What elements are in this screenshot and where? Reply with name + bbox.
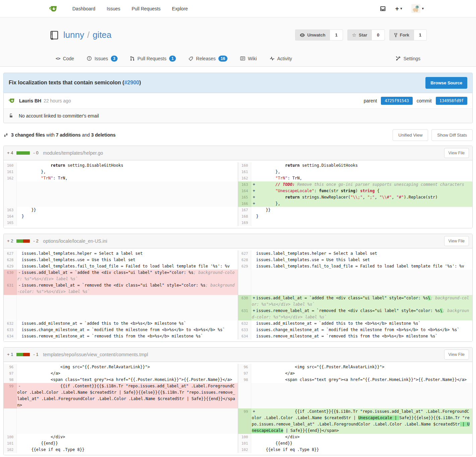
- create-new-button[interactable]: + ▾: [392, 5, 405, 12]
- line-number[interactable]: 164: [4, 213, 16, 220]
- tab-activity[interactable]: Activity: [263, 51, 298, 66]
- view-file-button[interactable]: View File: [444, 148, 469, 158]
- tab-wiki[interactable]: Wiki: [234, 51, 263, 66]
- line-number[interactable]: 161: [4, 169, 16, 175]
- tab-issues[interactable]: Issues 3: [80, 51, 124, 66]
- line-number[interactable]: 628: [238, 257, 251, 263]
- code-line: [16, 408, 238, 434]
- line-number[interactable]: 160: [4, 162, 16, 169]
- gitea-logo-icon[interactable]: [49, 4, 59, 13]
- line-number[interactable]: 628: [4, 257, 16, 263]
- line-number[interactable]: 633: [4, 327, 16, 333]
- line-number[interactable]: 98: [4, 377, 16, 383]
- line-number[interactable]: 96: [238, 364, 251, 370]
- user-menu-button[interactable]: ▾: [408, 4, 427, 13]
- line-number[interactable]: 627: [238, 250, 251, 257]
- diff-sign: [17, 257, 22, 263]
- diff-sign: +: [252, 188, 256, 194]
- watch-button-group: Unwatch 1: [295, 29, 343, 41]
- star-count[interactable]: 0: [371, 29, 385, 41]
- line-number[interactable]: 169: [238, 220, 251, 226]
- line-number[interactable]: 101: [4, 440, 16, 447]
- commit-author[interactable]: Lauris BH: [19, 98, 41, 103]
- repo-name-link[interactable]: gitea: [92, 30, 111, 40]
- commit-sha-badge[interactable]: 134958fd9f: [436, 97, 467, 105]
- line-number[interactable]: 629: [4, 263, 16, 270]
- line-number[interactable]: 160: [238, 162, 251, 169]
- line-number[interactable]: 163: [4, 207, 16, 213]
- line-number[interactable]: 97: [238, 370, 251, 377]
- tab-code[interactable]: <> Code: [49, 51, 80, 66]
- line-number[interactable]: 96: [4, 364, 16, 370]
- repo-owner-link[interactable]: lunny: [63, 30, 84, 40]
- parent-sha-badge[interactable]: 4725f91543: [381, 97, 412, 105]
- line-number[interactable]: 633: [238, 327, 251, 333]
- line-number[interactable]: 631: [4, 282, 16, 295]
- unified-view-button[interactable]: Unified View: [393, 129, 428, 141]
- fork-button[interactable]: Fork: [389, 29, 414, 41]
- commit-label: commit: [417, 98, 432, 103]
- line-number[interactable]: 630: [4, 270, 16, 282]
- line-number[interactable]: 166: [238, 201, 251, 207]
- nav-dashboard[interactable]: Dashboard: [67, 6, 101, 11]
- line-number[interactable]: 164: [238, 188, 251, 194]
- view-file-button[interactable]: View File: [444, 236, 469, 246]
- line-number[interactable]: 101: [238, 440, 251, 447]
- line-number[interactable]: 627: [4, 250, 16, 257]
- line-number[interactable]: 102: [4, 447, 16, 453]
- code-line: + "UnescapeLocale": func(str string) str…: [251, 188, 472, 194]
- code-line: issues.label_templates.use = Use this la…: [251, 257, 472, 263]
- line-number[interactable]: 162: [238, 175, 251, 181]
- line-number[interactable]: 634: [4, 333, 16, 339]
- line-number[interactable]: 632: [238, 320, 251, 327]
- code-line: [251, 383, 472, 408]
- line-number[interactable]: 161: [238, 169, 251, 175]
- line-number[interactable]: 102: [238, 447, 251, 453]
- unlock-icon: [9, 113, 13, 118]
- issues-count-badge: 3: [111, 56, 118, 62]
- tab-releases[interactable]: Releases 16: [182, 51, 234, 66]
- line-number[interactable]: 100: [4, 434, 16, 440]
- line-number[interactable]: 634: [238, 333, 251, 339]
- line-number[interactable]: 99: [238, 408, 251, 434]
- nav-explore[interactable]: Explore: [166, 6, 193, 11]
- unwatch-button[interactable]: Unwatch: [295, 29, 330, 41]
- view-file-button[interactable]: View File: [444, 350, 469, 360]
- code-line: + // TODO: Remove this once go-ini parse…: [251, 181, 472, 188]
- star-button[interactable]: ☆ Star: [347, 29, 372, 41]
- tab-settings[interactable]: Settings: [389, 51, 427, 66]
- notifications-button[interactable]: [377, 6, 389, 12]
- code-line: <img src="{{.Poster.RelAvatarLink}}">: [251, 364, 472, 370]
- diff-sign: [17, 213, 22, 220]
- line-number[interactable]: 165: [238, 194, 251, 201]
- tab-pull-requests[interactable]: Pull Requests 1: [124, 51, 182, 66]
- line-number[interactable]: 163: [238, 181, 251, 188]
- line-number[interactable]: 632: [4, 320, 16, 327]
- line-number[interactable]: 100: [238, 434, 251, 440]
- watch-count[interactable]: 1: [330, 29, 343, 41]
- line-number[interactable]: 168: [238, 213, 251, 220]
- line-number: [238, 270, 251, 282]
- show-diff-stats-button[interactable]: Show Diff Stats: [431, 129, 473, 141]
- code-line: - {{if .Content}}{{$.i18n.Tr "repo.issue…: [16, 383, 238, 408]
- line-number[interactable]: 98: [238, 377, 251, 383]
- nav-pull-requests[interactable]: Pull Requests: [126, 6, 166, 11]
- line-number[interactable]: 99: [4, 383, 16, 408]
- line-number[interactable]: 97: [4, 370, 16, 377]
- line-number[interactable]: 165: [4, 220, 16, 226]
- line-number[interactable]: 630: [238, 295, 251, 308]
- fork-count[interactable]: 1: [414, 29, 427, 41]
- diff-stats-row: 3 changed files with 7 additions and 3 d…: [3, 129, 473, 141]
- line-number[interactable]: 631: [238, 308, 251, 320]
- issue-link[interactable]: #2900: [124, 80, 139, 85]
- line-number[interactable]: 629: [238, 263, 251, 270]
- line-number[interactable]: 162: [4, 175, 16, 181]
- code-line: +issues.add_label_at = `added the <div c…: [251, 295, 472, 308]
- book-icon: [49, 30, 59, 40]
- line-number[interactable]: 167: [238, 207, 251, 213]
- browse-source-button[interactable]: Browse Source: [425, 77, 467, 89]
- issue-icon: [87, 56, 92, 61]
- nav-issues[interactable]: Issues: [101, 6, 126, 11]
- line-number: [238, 383, 251, 408]
- diff-sign: [252, 447, 256, 453]
